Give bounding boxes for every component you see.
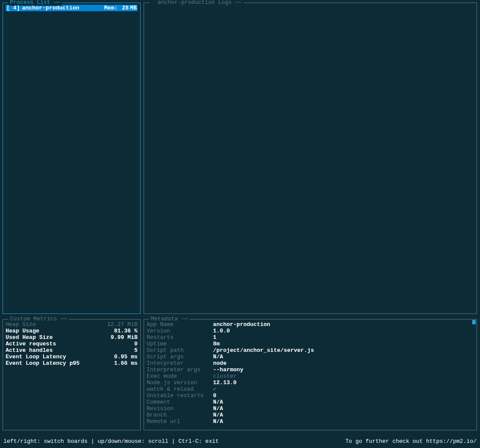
- custom-metrics-panel[interactable]: Custom Metrics ── Heap Size12.27 MiBHeap…: [3, 319, 141, 430]
- metadata-value: cluster: [213, 373, 237, 379]
- metadata-label: Node.js version: [147, 379, 213, 386]
- metadata-label: watch & reload: [147, 386, 213, 392]
- metadata-value: node: [213, 360, 226, 367]
- footer-bar: left/right: switch boards | up/down/mous…: [0, 435, 480, 448]
- process-list-panel[interactable]: Process List ── [ 4] anchor-production M…: [3, 3, 141, 314]
- metadata-value: N/A: [213, 412, 223, 418]
- metadata-label: Script args: [147, 354, 213, 360]
- logs-panel[interactable]: anchor-production Logs ──: [144, 3, 477, 314]
- custom-metrics-title: Custom Metrics ──: [8, 316, 69, 322]
- footer-link-text: To go further check out https://pm2.io/: [345, 438, 477, 445]
- metadata-label: App Name: [147, 321, 213, 328]
- metric-row: Active requests0: [6, 341, 138, 347]
- process-name: anchor-production: [22, 5, 79, 11]
- metric-row: Heap Usage81.36 %: [6, 328, 138, 334]
- metadata-row: Uptime8m: [147, 341, 474, 347]
- metric-row: Event Loop Latency p951.66 ms: [6, 360, 138, 367]
- metadata-label: Uptime: [147, 341, 213, 347]
- metadata-row: Node.js version12.13.0: [147, 379, 474, 386]
- metadata-value: N/A: [213, 405, 223, 412]
- process-mem-label: Mem:: [104, 5, 122, 11]
- process-list-title: Process List ──: [8, 0, 62, 6]
- metric-value: 1.66 ms: [114, 360, 138, 367]
- process-mem-unit: MB: [130, 5, 137, 11]
- metadata-row: CommentN/A: [147, 399, 474, 405]
- metadata-row: Script argsN/A: [147, 354, 474, 360]
- metadata-value: 0: [213, 392, 216, 399]
- logs-content: [144, 3, 477, 313]
- metadata-row: Interpreter args--harmony: [147, 367, 474, 373]
- metadata-label: Interpreter args: [147, 367, 213, 373]
- metadata-row: App Nameanchor-production: [147, 321, 474, 328]
- metadata-label: Exec mode: [147, 373, 213, 379]
- metadata-row: Remote urlN/A: [147, 418, 474, 425]
- metadata-value: N/A: [213, 399, 223, 405]
- metadata-row: Version1.0.0: [147, 328, 474, 334]
- custom-metrics-content: Heap Size12.27 MiBHeap Usage81.36 %Used …: [3, 320, 140, 430]
- metric-label: Active handles: [6, 347, 53, 354]
- metadata-row: Restarts1: [147, 334, 474, 341]
- metric-label: Used Heap Size: [6, 334, 53, 341]
- metadata-value: 8m: [213, 341, 220, 347]
- footer-help-text: left/right: switch boards | up/down/mous…: [3, 438, 219, 445]
- metadata-value: 12.13.0: [213, 379, 237, 386]
- metadata-value: ✔: [213, 386, 216, 392]
- metadata-label: Unstable restarts: [147, 392, 213, 399]
- metadata-panel[interactable]: Metadata ── App Nameanchor-productionVer…: [144, 319, 477, 430]
- process-list-content: [ 4] anchor-production Mem: 28 MB: [3, 3, 140, 313]
- scrollbar-thumb[interactable]: [472, 320, 476, 324]
- metadata-label: Branch: [147, 412, 213, 418]
- metric-value: 81.36 %: [114, 328, 138, 334]
- metric-value: 0: [134, 341, 138, 347]
- metric-row: Event Loop Latency0.95 ms: [6, 354, 138, 360]
- metadata-value: 1: [213, 334, 216, 341]
- metric-label: Event Loop Latency p95: [6, 360, 80, 367]
- metric-row: Active handles5: [6, 347, 138, 354]
- metadata-row: RevisionN/A: [147, 405, 474, 412]
- process-mem-value: 28: [122, 5, 130, 11]
- metadata-label: Revision: [147, 405, 213, 412]
- metric-value: 0.95 ms: [114, 354, 138, 360]
- metric-value: 5: [134, 347, 138, 354]
- metadata-value: 1.0.0: [213, 328, 230, 334]
- metadata-value: --harmony: [213, 367, 243, 373]
- metric-label: Heap Usage: [6, 328, 39, 334]
- metric-label: Event Loop Latency: [6, 354, 66, 360]
- metadata-label: Restarts: [147, 334, 213, 341]
- metric-value: 9.99 MiB: [111, 334, 138, 341]
- metadata-label: Script path: [147, 347, 213, 354]
- metadata-value: N/A: [213, 418, 223, 425]
- metric-row: Used Heap Size9.99 MiB: [6, 334, 138, 341]
- metadata-content: App Nameanchor-productionVersion1.0.0Res…: [144, 320, 477, 430]
- metric-value: 12.27 MiB: [107, 321, 138, 328]
- metadata-row: Unstable restarts0: [147, 392, 474, 399]
- metadata-value: /project/anchor_site/server.js: [213, 347, 314, 354]
- metadata-label: Comment: [147, 399, 213, 405]
- metadata-row: Exec modecluster: [147, 373, 474, 379]
- metadata-row: BranchN/A: [147, 412, 474, 418]
- metric-row: Heap Size12.27 MiB: [6, 321, 138, 328]
- metadata-label: Remote url: [147, 418, 213, 425]
- metadata-label: Interpreter: [147, 360, 213, 367]
- metadata-row: Interpreternode: [147, 360, 474, 367]
- metric-label: Active requests: [6, 341, 56, 347]
- metadata-value: N/A: [213, 354, 223, 360]
- metadata-value: anchor-production: [213, 321, 270, 328]
- metric-label: Heap Size: [6, 321, 36, 328]
- metadata-label: Version: [147, 328, 213, 334]
- metadata-row: watch & reload✔: [147, 386, 474, 392]
- process-id: [ 4]: [6, 5, 20, 11]
- process-row[interactable]: [ 4] anchor-production Mem: 28 MB: [6, 5, 138, 11]
- metadata-row: Script path/project/anchor_site/server.j…: [147, 347, 474, 354]
- logs-title: anchor-production Logs ──: [149, 0, 244, 6]
